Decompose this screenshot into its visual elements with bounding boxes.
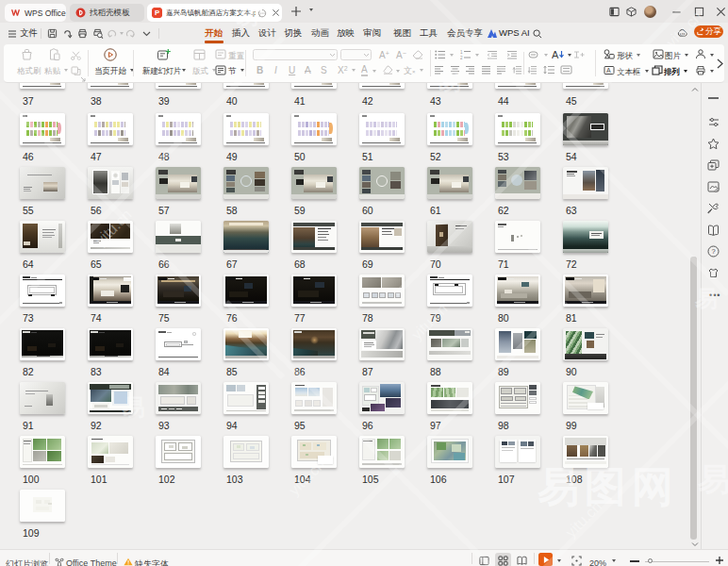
svg-text:A: A: [552, 49, 559, 60]
svg-text:P: P: [155, 8, 159, 17]
svg-text:1: 1: [460, 50, 463, 55]
svg-text:A: A: [606, 67, 611, 74]
svg-text:2: 2: [460, 56, 463, 60]
svg-text:?: ?: [711, 247, 715, 256]
